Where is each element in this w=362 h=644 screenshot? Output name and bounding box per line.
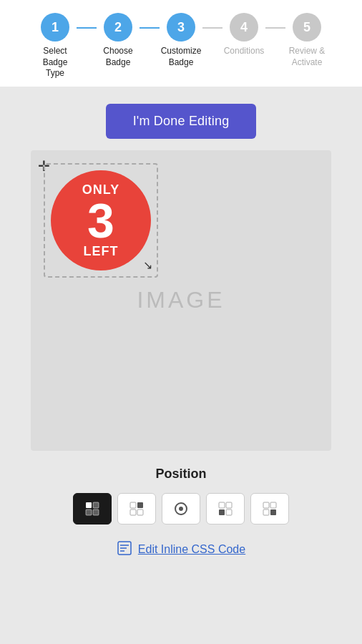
svg-rect-7 [137, 509, 143, 515]
step-1-label: SelectBadgeType [43, 46, 68, 79]
edit-css-link[interactable]: Edit Inline CSS Code [117, 540, 245, 560]
step-3[interactable]: 3 CustomizeBadge [160, 13, 202, 68]
svg-rect-12 [226, 502, 232, 508]
connector-4-5 [265, 27, 285, 29]
badge-element[interactable]: ✛ ONLY 3 LEFT ↘ [44, 163, 158, 278]
step-1-circle: 1 [41, 13, 69, 42]
edit-css-icon [117, 540, 132, 560]
connector-3-4 [202, 27, 222, 29]
resize-icon[interactable]: ↘ [143, 258, 152, 272]
svg-rect-5 [130, 502, 136, 508]
done-editing-section: I'm Done Editing [0, 87, 362, 150]
image-placeholder: IMAGE [137, 287, 225, 313]
svg-rect-4 [137, 502, 143, 508]
badge-left-text: LEFT [84, 245, 119, 258]
connector-2-3 [140, 27, 160, 29]
step-4[interactable]: 4 Conditions [222, 13, 265, 57]
step-1[interactable]: 1 SelectBadgeType [34, 13, 77, 79]
step-2[interactable]: 2 ChooseBadge [97, 13, 140, 68]
edit-css-label[interactable]: Edit Inline CSS Code [138, 543, 245, 556]
bottom-left-icon [217, 501, 233, 517]
svg-rect-3 [93, 509, 99, 515]
position-bottom-left-button[interactable] [206, 493, 245, 525]
center-icon [173, 501, 189, 517]
badge-number: 3 [87, 196, 114, 245]
position-center-button[interactable] [162, 493, 200, 525]
position-top-left-button[interactable] [73, 493, 112, 525]
svg-rect-10 [219, 509, 225, 515]
done-editing-button[interactable]: I'm Done Editing [106, 104, 257, 139]
step-5-circle: 5 [293, 13, 321, 42]
connector-1-2 [77, 27, 97, 29]
step-4-label: Conditions [224, 46, 265, 57]
svg-rect-2 [86, 509, 92, 515]
svg-rect-11 [219, 502, 225, 508]
stepper: 1 SelectBadgeType 2 ChooseBadge 3 Custom… [0, 0, 362, 87]
step-2-circle: 2 [104, 13, 132, 42]
position-top-right-button[interactable] [117, 493, 156, 525]
top-left-icon [84, 501, 100, 517]
step-4-circle: 4 [230, 13, 258, 42]
top-right-icon [129, 501, 145, 517]
position-buttons [73, 493, 289, 525]
svg-rect-17 [263, 509, 269, 515]
svg-rect-15 [263, 502, 269, 508]
svg-rect-16 [270, 502, 276, 508]
step-3-label: CustomizeBadge [161, 46, 202, 68]
step-5-label: Review &Activate [289, 46, 326, 68]
position-section: Position [0, 451, 362, 567]
svg-rect-13 [226, 509, 232, 515]
position-bottom-right-button[interactable] [250, 493, 289, 525]
image-canvas: IMAGE ✛ ONLY 3 LEFT ↘ [31, 150, 331, 451]
step-2-label: ChooseBadge [103, 46, 132, 68]
bottom-right-icon [262, 501, 278, 517]
step-3-circle: 3 [167, 13, 195, 42]
svg-rect-1 [93, 502, 99, 508]
svg-rect-14 [270, 509, 276, 515]
position-title: Position [156, 467, 207, 482]
svg-point-9 [179, 507, 183, 511]
badge-circle: ONLY 3 LEFT [51, 170, 151, 270]
step-5[interactable]: 5 Review &Activate [285, 13, 328, 68]
svg-rect-6 [130, 509, 136, 515]
svg-rect-0 [86, 502, 92, 508]
